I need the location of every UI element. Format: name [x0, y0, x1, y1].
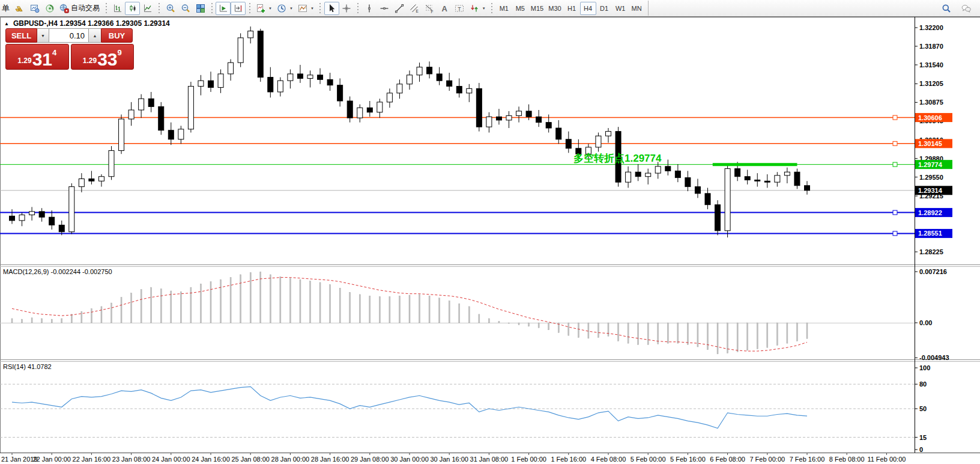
candlestick-chart-button[interactable]: [125, 2, 140, 15]
vertical-line-button[interactable]: [362, 2, 377, 15]
bull-candle: [178, 129, 184, 139]
search-button[interactable]: [939, 2, 954, 15]
crosshair-button[interactable]: [339, 2, 354, 15]
timeframe-w1-button[interactable]: W1: [612, 2, 629, 15]
line-handle[interactable]: [893, 231, 897, 236]
zoom-out-button[interactable]: [178, 2, 193, 15]
cursor-button[interactable]: [324, 2, 339, 15]
bear-candle: [148, 99, 154, 106]
time-tick-label: 24 Jan 00:00: [152, 456, 190, 463]
line-chart-button[interactable]: [140, 2, 155, 15]
bear-candle: [268, 78, 273, 92]
buy-price-panel[interactable]: 1.29 33 9: [71, 44, 135, 70]
sell-price-panel[interactable]: 1.29 31 4: [5, 44, 69, 70]
zoom-in-icon: [166, 4, 175, 13]
buy-button[interactable]: BUY: [101, 28, 133, 43]
volume-increase-button[interactable]: ▲: [89, 28, 101, 43]
timeframe-m30-button[interactable]: M30: [546, 2, 563, 15]
timeframe-m5-button[interactable]: M5: [512, 2, 528, 15]
rsi-tick-label: 100: [919, 364, 930, 371]
bull-candle: [119, 119, 124, 151]
timeframe-h4-button[interactable]: H4: [580, 2, 596, 15]
autotrading-label: 自动交易: [71, 3, 100, 13]
bear-candle: [258, 31, 263, 78]
bear-candle: [59, 225, 64, 231]
line-handle[interactable]: [893, 162, 897, 166]
volume-input[interactable]: 0.10: [49, 28, 89, 43]
toolbar-divider: [648, 1, 649, 16]
line-handles[interactable]: [893, 115, 897, 236]
tile-windows-button[interactable]: [193, 2, 208, 15]
bull-candle: [277, 81, 283, 92]
chart-shift-button[interactable]: [231, 2, 246, 15]
chart-window-button[interactable]: [27, 2, 42, 15]
bull-candle: [467, 88, 472, 93]
bear-candle: [476, 88, 482, 127]
bull-candle: [387, 93, 392, 102]
text-label-button[interactable]: T: [452, 2, 467, 15]
periods-icon: [277, 4, 286, 13]
periods-button[interactable]: ▼: [274, 2, 295, 15]
text-button[interactable]: A: [437, 2, 452, 15]
time-axis[interactable]: 21 Jan 201922 Jan 00:0022 Jan 16:0023 Ja…: [1, 453, 906, 463]
timeframe-h1-button[interactable]: H1: [564, 2, 580, 15]
chat-button[interactable]: [958, 2, 973, 15]
indicators-button[interactable]: ▼: [253, 2, 274, 15]
gold-ingot-button[interactable]: [12, 2, 27, 15]
timeframe-m15-button[interactable]: M15: [528, 2, 546, 15]
connection-button[interactable]: [42, 2, 57, 15]
line-handle[interactable]: [893, 141, 897, 145]
buy-price-prefix: 1.29: [83, 56, 97, 65]
connection-icon: [45, 4, 55, 13]
zoom-out-icon: [181, 4, 190, 13]
price-chart-canvas[interactable]: 多空转折点1.29774MACD(12,26,9) -0.002244 -0.0…: [0, 17, 980, 464]
fibonacci-button[interactable]: F: [422, 2, 437, 15]
equidistant-channel-button[interactable]: E: [407, 2, 422, 15]
timeframe-mn-button[interactable]: MN: [629, 2, 645, 15]
sell-price-prefix: 1.29: [17, 56, 31, 65]
timeframe-d1-button[interactable]: D1: [596, 2, 612, 15]
timeframe-m1-button[interactable]: M1: [496, 2, 512, 15]
bear-candle: [536, 117, 542, 122]
arrows-button[interactable]: ▼: [467, 2, 488, 15]
bull-candle: [248, 31, 253, 38]
horizontal-line-button[interactable]: [377, 2, 392, 15]
rsi-tick-label: 50: [919, 405, 927, 412]
bear-candle: [695, 187, 700, 194]
toolbar-separator: [247, 3, 252, 14]
trendline-button[interactable]: [392, 2, 407, 15]
volume-decrease-button[interactable]: ▼: [37, 28, 49, 43]
line-handle[interactable]: [893, 115, 897, 120]
price-label-text: 1.28922: [918, 209, 942, 216]
rsi-tick-label: 15: [919, 434, 927, 441]
bar-chart-button[interactable]: [110, 2, 125, 15]
bear-candle: [635, 172, 641, 177]
zoom-in-button[interactable]: [163, 2, 178, 15]
price-tick-label: 1.29550: [919, 174, 943, 181]
auto-scroll-button[interactable]: [216, 2, 231, 15]
chart-annotation-text[interactable]: 多空转折点1.29774: [573, 152, 662, 164]
rsi-tick-label: 0: [919, 446, 923, 453]
line-handle[interactable]: [893, 210, 897, 215]
bear-candle: [665, 166, 671, 171]
bear-candle: [347, 101, 352, 118]
auto-scroll-icon: [219, 4, 228, 13]
toolbar-left-label: 单: [2, 3, 10, 14]
time-tick-label: 4 Feb 08:00: [591, 456, 626, 463]
time-tick-label: 30 Jan 00:00: [390, 456, 429, 463]
indicators-icon: [256, 4, 265, 13]
bear-candle: [496, 117, 501, 120]
panel-separators[interactable]: [0, 265, 980, 362]
search-icon: [942, 4, 951, 13]
bear-candle: [297, 74, 303, 79]
sell-button[interactable]: SELL: [5, 28, 37, 43]
buy-price-sup: 9: [118, 48, 122, 57]
bull-candle: [486, 117, 492, 127]
bull-candle: [646, 173, 651, 177]
bull-candle: [198, 81, 204, 86]
templates-button[interactable]: ▼: [295, 2, 316, 15]
bull-candle: [29, 212, 35, 215]
bear-candle: [526, 111, 531, 117]
trade-panel-toggle-icon[interactable]: ▲: [4, 21, 9, 26]
autotrading-button[interactable]: 自动交易: [57, 2, 102, 15]
